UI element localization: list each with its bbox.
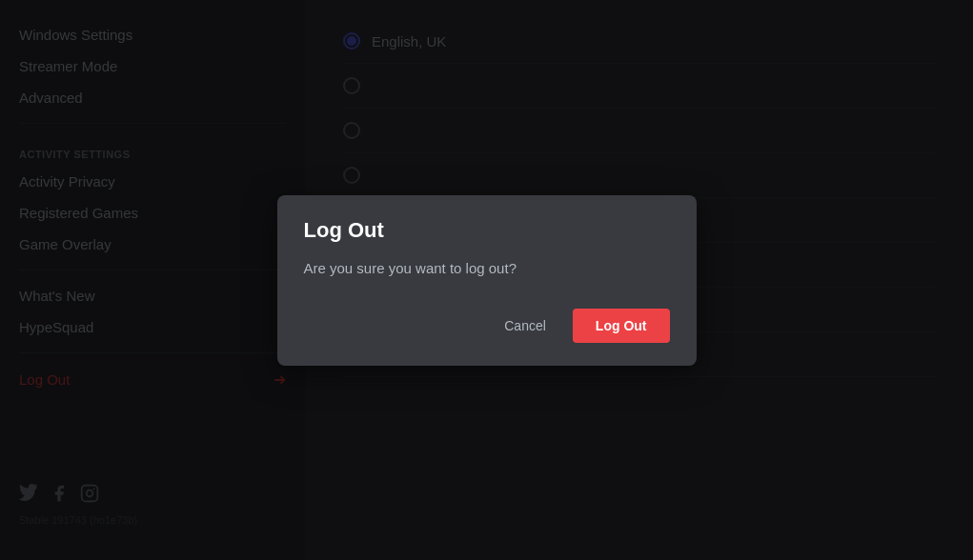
logout-modal: Log Out Are you sure you want to log out… bbox=[277, 195, 697, 366]
modal-body: Are you sure you want to log out? bbox=[304, 258, 670, 278]
modal-title: Log Out bbox=[304, 218, 670, 243]
modal-footer: Cancel Log Out bbox=[304, 309, 670, 343]
cancel-button[interactable]: Cancel bbox=[489, 310, 561, 341]
modal-overlay: Log Out Are you sure you want to log out… bbox=[0, 0, 973, 560]
logout-confirm-button[interactable]: Log Out bbox=[573, 309, 670, 343]
